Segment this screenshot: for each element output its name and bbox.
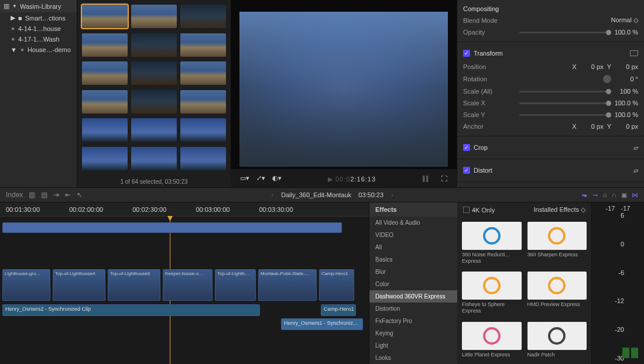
- scale-x-slider[interactable]: [519, 102, 611, 104]
- rotation-dial-icon[interactable]: [603, 75, 611, 83]
- audio-skim-icon[interactable]: ♫: [602, 191, 607, 199]
- timeline-clip[interactable]: Top-of-Lighthouse4: [53, 269, 105, 301]
- effects-category[interactable]: Looks: [369, 352, 457, 364]
- audio-clip[interactable]: Henry_Osmers2 - Synchronized Clip: [2, 304, 260, 316]
- effects-category[interactable]: Dashwood 360VR Express: [369, 290, 457, 303]
- effects-category[interactable]: Light: [369, 339, 457, 352]
- trim-icon[interactable]: ⇥: [53, 191, 59, 199]
- browser-thumb[interactable]: [180, 147, 226, 170]
- browser-thumb[interactable]: [131, 118, 177, 142]
- opacity-slider[interactable]: [519, 32, 611, 33]
- browser-thumb[interactable]: [180, 33, 226, 57]
- effect-item[interactable]: HMD Preview Express: [527, 272, 587, 315]
- crop-checkbox[interactable]: ✓: [463, 144, 470, 151]
- browser-thumb[interactable]: [180, 118, 226, 142]
- timeline-clip[interactable]: Camp-Hero1: [319, 269, 354, 301]
- browser-thumb[interactable]: [131, 5, 177, 28]
- browser-thumb[interactable]: [82, 90, 128, 114]
- meter-bar-r: [631, 348, 638, 358]
- effects-category[interactable]: Distortion: [369, 303, 457, 315]
- sidebar-item-417[interactable]: ★4-17-1…Wash: [0, 34, 77, 44]
- layout-icon[interactable]: ▤: [41, 191, 47, 199]
- transform-reset-icon[interactable]: [630, 50, 638, 56]
- effects-category[interactable]: FxFactory Pro: [369, 315, 457, 327]
- audio-clip[interactable]: Henry_Osmers1 - Synchroniz…: [281, 318, 363, 330]
- share-icon[interactable]: ⋈: [632, 191, 638, 199]
- timeline-clip[interactable]: Keeper-house-o…: [163, 269, 213, 301]
- save-icon[interactable]: ▣: [621, 191, 627, 199]
- browser-thumb[interactable]: [180, 90, 226, 114]
- timeline[interactable]: 00:01:30:00 00:02:00:00 00:02:30:00 00:0…: [0, 202, 369, 364]
- browser-thumb[interactable]: [82, 5, 128, 28]
- loop-button[interactable]: ‖‖: [420, 173, 431, 183]
- installed-effects-dropdown[interactable]: Installed Effects ◇: [533, 206, 585, 214]
- effects-category[interactable]: All: [369, 241, 457, 253]
- fullscreen-button[interactable]: ⛶: [439, 174, 450, 183]
- prev-edit-button[interactable]: ‹: [271, 191, 273, 198]
- effect-item[interactable]: 360 Sharpen Express: [527, 222, 587, 266]
- snapping-icon[interactable]: ▪▸: [582, 191, 588, 199]
- effects-category[interactable]: Keying: [369, 327, 457, 339]
- next-edit-button[interactable]: ›: [391, 191, 393, 198]
- scale-all-slider[interactable]: [519, 91, 611, 92]
- browser-thumb[interactable]: [180, 61, 226, 85]
- effect-item[interactable]: Little Planet Express: [462, 322, 522, 359]
- crop-icon[interactable]: ▱: [633, 144, 638, 152]
- timeline-clip[interactable]: Top-of-Lighthouse6: [108, 269, 160, 301]
- effects-category[interactable]: All Video & Audio: [369, 217, 457, 229]
- effect-item[interactable]: 360 Noise Reducti…Express: [462, 222, 522, 266]
- select-tool-icon[interactable]: ↖︎: [77, 191, 83, 199]
- browser-thumb[interactable]: [131, 61, 177, 85]
- opacity-value[interactable]: 100.0 %: [615, 29, 638, 36]
- scale-x-value[interactable]: 100.0 %: [615, 99, 638, 107]
- browser-thumb[interactable]: [131, 90, 177, 114]
- zoom-menu-button[interactable]: ⤢▾: [254, 173, 268, 183]
- effect-item[interactable]: Nadir Patch: [527, 322, 587, 359]
- quality-menu-button[interactable]: ◐▾: [270, 173, 284, 183]
- timeline-clip[interactable]: Montauk-Point-State-…: [258, 269, 317, 301]
- effects-category[interactable]: Blur: [369, 266, 457, 278]
- effect-item[interactable]: Fisheye to Sphere Express: [462, 272, 522, 315]
- audio-clip[interactable]: Camp-Hero1: [321, 304, 356, 316]
- effects-category[interactable]: Color: [369, 278, 457, 290]
- browser-thumb[interactable]: [82, 33, 128, 57]
- library-header[interactable]: ▥▼ Wasim-Library: [0, 0, 77, 12]
- trim-icon[interactable]: ⇤: [65, 191, 71, 199]
- view-menu-button[interactable]: ▭▾: [238, 173, 252, 183]
- timeline-ruler[interactable]: 00:01:30:00 00:02:00:00 00:02:30:00 00:0…: [0, 202, 369, 217]
- index-button[interactable]: Index: [6, 191, 23, 199]
- position-x[interactable]: 0 px: [580, 63, 604, 70]
- sidebar-item-house[interactable]: ▼★House…-demo: [0, 44, 77, 55]
- sidebar-item-smart[interactable]: ▶■Smart…ctions: [0, 12, 77, 23]
- browser-thumb[interactable]: [82, 118, 128, 142]
- 4k-only-checkbox[interactable]: 4K Only: [463, 207, 495, 214]
- transform-checkbox[interactable]: ✓: [463, 50, 470, 57]
- layout-icon[interactable]: ▥: [29, 191, 35, 199]
- skimming-icon[interactable]: ⊸: [592, 191, 598, 199]
- rotation-value[interactable]: 0 °: [615, 75, 638, 83]
- browser-thumb[interactable]: [131, 147, 177, 170]
- anchor-x[interactable]: 0 px: [580, 123, 604, 130]
- solo-icon[interactable]: ∩: [612, 191, 616, 199]
- browser-thumb[interactable]: [82, 61, 128, 85]
- browser-thumb[interactable]: [131, 33, 177, 57]
- effects-header: Effects: [369, 202, 457, 217]
- browser-thumb[interactable]: [82, 147, 128, 170]
- timeline-clip[interactable]: Lighthouse-gro…: [2, 269, 50, 301]
- anchor-y[interactable]: 0 px: [615, 123, 638, 130]
- position-y[interactable]: 0 px: [615, 63, 638, 70]
- timeline-clip[interactable]: Top-of-Lighth…: [215, 269, 256, 301]
- viewer-canvas[interactable]: [239, 12, 448, 167]
- scale-y-slider[interactable]: [519, 114, 611, 116]
- distort-checkbox[interactable]: ✓: [463, 167, 470, 174]
- scale-all-value[interactable]: 100 %: [615, 88, 638, 95]
- scale-y-value[interactable]: 100.0 %: [615, 111, 638, 118]
- blend-mode-select[interactable]: Normal ◇: [611, 16, 638, 24]
- viewer: ▭▾ ⤢▾ ◐▾ ▶ 00:02:16:13 ‖‖ ⛶: [231, 0, 457, 187]
- effects-category[interactable]: Basics: [369, 253, 457, 266]
- connected-clip[interactable]: [2, 222, 342, 233]
- effects-category[interactable]: VIDEO: [369, 229, 457, 241]
- browser-thumb[interactable]: [180, 5, 226, 28]
- distort-icon[interactable]: ▱: [633, 167, 638, 174]
- sidebar-item-414[interactable]: ★4-14-1…house: [0, 23, 77, 34]
